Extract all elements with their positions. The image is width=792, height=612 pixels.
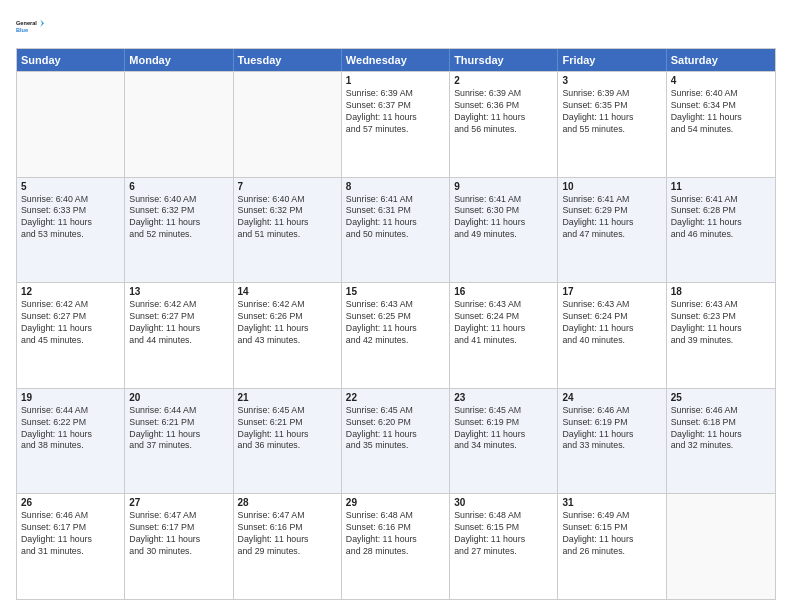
day-info: Sunrise: 6:45 AM Sunset: 6:19 PM Dayligh… bbox=[454, 405, 553, 453]
day-info: Sunrise: 6:48 AM Sunset: 6:15 PM Dayligh… bbox=[454, 510, 553, 558]
day-info: Sunrise: 6:46 AM Sunset: 6:18 PM Dayligh… bbox=[671, 405, 771, 453]
day-number: 30 bbox=[454, 497, 553, 508]
day-number: 8 bbox=[346, 181, 445, 192]
logo: General Blue bbox=[16, 12, 44, 40]
day-number: 21 bbox=[238, 392, 337, 403]
day-cell-4: 4Sunrise: 6:40 AM Sunset: 6:34 PM Daylig… bbox=[667, 72, 775, 177]
day-number: 22 bbox=[346, 392, 445, 403]
calendar-week-2: 5Sunrise: 6:40 AM Sunset: 6:33 PM Daylig… bbox=[17, 177, 775, 283]
day-number: 4 bbox=[671, 75, 771, 86]
day-number: 3 bbox=[562, 75, 661, 86]
header-day-thursday: Thursday bbox=[450, 49, 558, 71]
day-cell-3: 3Sunrise: 6:39 AM Sunset: 6:35 PM Daylig… bbox=[558, 72, 666, 177]
page: General Blue SundayMondayTuesdayWednesda… bbox=[0, 0, 792, 612]
day-info: Sunrise: 6:42 AM Sunset: 6:27 PM Dayligh… bbox=[21, 299, 120, 347]
day-cell-6: 6Sunrise: 6:40 AM Sunset: 6:32 PM Daylig… bbox=[125, 178, 233, 283]
day-cell-18: 18Sunrise: 6:43 AM Sunset: 6:23 PM Dayli… bbox=[667, 283, 775, 388]
day-cell-22: 22Sunrise: 6:45 AM Sunset: 6:20 PM Dayli… bbox=[342, 389, 450, 494]
day-number: 6 bbox=[129, 181, 228, 192]
day-number: 23 bbox=[454, 392, 553, 403]
day-info: Sunrise: 6:44 AM Sunset: 6:22 PM Dayligh… bbox=[21, 405, 120, 453]
day-number: 13 bbox=[129, 286, 228, 297]
day-cell-15: 15Sunrise: 6:43 AM Sunset: 6:25 PM Dayli… bbox=[342, 283, 450, 388]
header-day-saturday: Saturday bbox=[667, 49, 775, 71]
empty-cell bbox=[667, 494, 775, 599]
day-number: 12 bbox=[21, 286, 120, 297]
day-cell-8: 8Sunrise: 6:41 AM Sunset: 6:31 PM Daylig… bbox=[342, 178, 450, 283]
day-number: 5 bbox=[21, 181, 120, 192]
day-info: Sunrise: 6:39 AM Sunset: 6:37 PM Dayligh… bbox=[346, 88, 445, 136]
day-cell-12: 12Sunrise: 6:42 AM Sunset: 6:27 PM Dayli… bbox=[17, 283, 125, 388]
day-number: 27 bbox=[129, 497, 228, 508]
day-cell-2: 2Sunrise: 6:39 AM Sunset: 6:36 PM Daylig… bbox=[450, 72, 558, 177]
day-info: Sunrise: 6:46 AM Sunset: 6:17 PM Dayligh… bbox=[21, 510, 120, 558]
calendar-week-3: 12Sunrise: 6:42 AM Sunset: 6:27 PM Dayli… bbox=[17, 282, 775, 388]
day-cell-13: 13Sunrise: 6:42 AM Sunset: 6:27 PM Dayli… bbox=[125, 283, 233, 388]
day-info: Sunrise: 6:40 AM Sunset: 6:34 PM Dayligh… bbox=[671, 88, 771, 136]
day-cell-31: 31Sunrise: 6:49 AM Sunset: 6:15 PM Dayli… bbox=[558, 494, 666, 599]
header: General Blue bbox=[16, 12, 776, 40]
day-cell-7: 7Sunrise: 6:40 AM Sunset: 6:32 PM Daylig… bbox=[234, 178, 342, 283]
day-info: Sunrise: 6:41 AM Sunset: 6:29 PM Dayligh… bbox=[562, 194, 661, 242]
day-number: 19 bbox=[21, 392, 120, 403]
day-cell-19: 19Sunrise: 6:44 AM Sunset: 6:22 PM Dayli… bbox=[17, 389, 125, 494]
day-number: 29 bbox=[346, 497, 445, 508]
day-cell-27: 27Sunrise: 6:47 AM Sunset: 6:17 PM Dayli… bbox=[125, 494, 233, 599]
day-cell-29: 29Sunrise: 6:48 AM Sunset: 6:16 PM Dayli… bbox=[342, 494, 450, 599]
calendar-week-5: 26Sunrise: 6:46 AM Sunset: 6:17 PM Dayli… bbox=[17, 493, 775, 599]
day-number: 17 bbox=[562, 286, 661, 297]
day-number: 2 bbox=[454, 75, 553, 86]
day-info: Sunrise: 6:46 AM Sunset: 6:19 PM Dayligh… bbox=[562, 405, 661, 453]
day-info: Sunrise: 6:43 AM Sunset: 6:25 PM Dayligh… bbox=[346, 299, 445, 347]
calendar-header: SundayMondayTuesdayWednesdayThursdayFrid… bbox=[17, 49, 775, 71]
day-info: Sunrise: 6:47 AM Sunset: 6:17 PM Dayligh… bbox=[129, 510, 228, 558]
header-day-sunday: Sunday bbox=[17, 49, 125, 71]
day-cell-5: 5Sunrise: 6:40 AM Sunset: 6:33 PM Daylig… bbox=[17, 178, 125, 283]
day-number: 10 bbox=[562, 181, 661, 192]
day-info: Sunrise: 6:39 AM Sunset: 6:36 PM Dayligh… bbox=[454, 88, 553, 136]
day-cell-10: 10Sunrise: 6:41 AM Sunset: 6:29 PM Dayli… bbox=[558, 178, 666, 283]
day-number: 11 bbox=[671, 181, 771, 192]
day-info: Sunrise: 6:39 AM Sunset: 6:35 PM Dayligh… bbox=[562, 88, 661, 136]
svg-text:Blue: Blue bbox=[16, 27, 28, 33]
day-cell-17: 17Sunrise: 6:43 AM Sunset: 6:24 PM Dayli… bbox=[558, 283, 666, 388]
calendar: SundayMondayTuesdayWednesdayThursdayFrid… bbox=[16, 48, 776, 600]
day-number: 31 bbox=[562, 497, 661, 508]
day-info: Sunrise: 6:41 AM Sunset: 6:28 PM Dayligh… bbox=[671, 194, 771, 242]
day-info: Sunrise: 6:44 AM Sunset: 6:21 PM Dayligh… bbox=[129, 405, 228, 453]
header-day-monday: Monday bbox=[125, 49, 233, 71]
day-info: Sunrise: 6:47 AM Sunset: 6:16 PM Dayligh… bbox=[238, 510, 337, 558]
day-cell-11: 11Sunrise: 6:41 AM Sunset: 6:28 PM Dayli… bbox=[667, 178, 775, 283]
day-cell-16: 16Sunrise: 6:43 AM Sunset: 6:24 PM Dayli… bbox=[450, 283, 558, 388]
header-day-wednesday: Wednesday bbox=[342, 49, 450, 71]
day-info: Sunrise: 6:48 AM Sunset: 6:16 PM Dayligh… bbox=[346, 510, 445, 558]
day-number: 16 bbox=[454, 286, 553, 297]
calendar-week-1: 1Sunrise: 6:39 AM Sunset: 6:37 PM Daylig… bbox=[17, 71, 775, 177]
day-cell-24: 24Sunrise: 6:46 AM Sunset: 6:19 PM Dayli… bbox=[558, 389, 666, 494]
day-info: Sunrise: 6:43 AM Sunset: 6:23 PM Dayligh… bbox=[671, 299, 771, 347]
logo-icon: General Blue bbox=[16, 12, 44, 40]
day-number: 7 bbox=[238, 181, 337, 192]
day-number: 24 bbox=[562, 392, 661, 403]
day-number: 25 bbox=[671, 392, 771, 403]
day-info: Sunrise: 6:43 AM Sunset: 6:24 PM Dayligh… bbox=[562, 299, 661, 347]
day-cell-25: 25Sunrise: 6:46 AM Sunset: 6:18 PM Dayli… bbox=[667, 389, 775, 494]
svg-text:General: General bbox=[16, 20, 37, 26]
empty-cell bbox=[125, 72, 233, 177]
day-number: 28 bbox=[238, 497, 337, 508]
day-info: Sunrise: 6:40 AM Sunset: 6:32 PM Dayligh… bbox=[238, 194, 337, 242]
day-info: Sunrise: 6:40 AM Sunset: 6:32 PM Dayligh… bbox=[129, 194, 228, 242]
day-number: 9 bbox=[454, 181, 553, 192]
empty-cell bbox=[17, 72, 125, 177]
day-number: 14 bbox=[238, 286, 337, 297]
day-info: Sunrise: 6:42 AM Sunset: 6:27 PM Dayligh… bbox=[129, 299, 228, 347]
calendar-week-4: 19Sunrise: 6:44 AM Sunset: 6:22 PM Dayli… bbox=[17, 388, 775, 494]
day-info: Sunrise: 6:45 AM Sunset: 6:21 PM Dayligh… bbox=[238, 405, 337, 453]
day-cell-1: 1Sunrise: 6:39 AM Sunset: 6:37 PM Daylig… bbox=[342, 72, 450, 177]
header-day-friday: Friday bbox=[558, 49, 666, 71]
header-day-tuesday: Tuesday bbox=[234, 49, 342, 71]
day-number: 15 bbox=[346, 286, 445, 297]
day-info: Sunrise: 6:41 AM Sunset: 6:30 PM Dayligh… bbox=[454, 194, 553, 242]
day-cell-26: 26Sunrise: 6:46 AM Sunset: 6:17 PM Dayli… bbox=[17, 494, 125, 599]
day-info: Sunrise: 6:49 AM Sunset: 6:15 PM Dayligh… bbox=[562, 510, 661, 558]
